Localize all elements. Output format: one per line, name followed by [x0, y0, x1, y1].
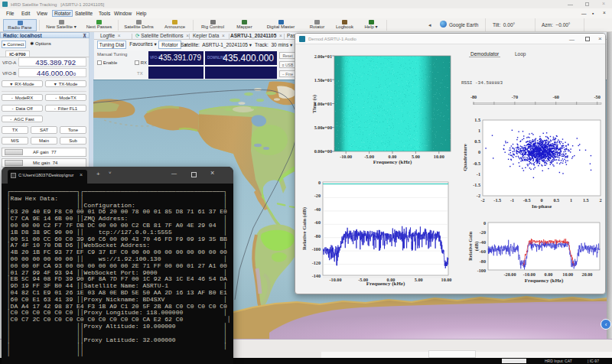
svg-text:10.00: 10.00 — [562, 271, 573, 277]
svg-text:1.00e+01: 1.00e+01 — [314, 101, 332, 106]
svg-text:-20: -20 — [314, 193, 321, 198]
svg-text:-70: -70 — [512, 94, 518, 99]
svg-text:-100: -100 — [477, 268, 486, 273]
svg-text:-120: -120 — [312, 260, 321, 265]
svg-text:-2: -2 — [480, 197, 484, 203]
svg-text:0: 0 — [540, 197, 542, 203]
svg-text:-1: -1 — [477, 171, 480, 177]
svg-text:2: 2 — [599, 197, 601, 203]
svg-text:-10.00: -10.00 — [340, 154, 352, 159]
svg-text:-0.5: -0.5 — [473, 161, 480, 166]
svg-text:10.00: 10.00 — [441, 277, 452, 282]
svg-text:-40: -40 — [314, 206, 321, 212]
svg-text:1.5: 1.5 — [474, 117, 480, 122]
svg-text:Quadrature: Quadrature — [462, 144, 468, 171]
svg-text:-1: -1 — [510, 197, 514, 203]
svg-text:Frequency (kHz): Frequency (kHz) — [373, 159, 412, 165]
svg-text:5.00e+00: 5.00e+00 — [314, 125, 332, 130]
svg-text:RSSI -34.588883: RSSI -34.588883 — [461, 80, 503, 86]
svg-text:-60: -60 — [553, 94, 559, 99]
svg-text:Relative Gain (dB): Relative Gain (dB) — [301, 206, 308, 250]
svg-text:1.5: 1.5 — [583, 197, 589, 203]
svg-text:-40: -40 — [480, 239, 486, 245]
svg-text:Relative Gain: Relative Gain — [467, 232, 473, 261]
svg-text:0: 0 — [478, 149, 480, 154]
svg-text:Frequency (kHz): Frequency (kHz) — [525, 278, 564, 284]
svg-text:In-phase: In-phase — [532, 203, 552, 210]
svg-text:5.00: 5.00 — [415, 277, 423, 282]
svg-text:1.50e+01: 1.50e+01 — [314, 77, 332, 83]
svg-text:0.00: 0.00 — [389, 154, 397, 159]
svg-text:20.00: 20.00 — [582, 271, 593, 277]
svg-text:-1.5: -1.5 — [493, 197, 501, 203]
svg-text:-100: -100 — [312, 246, 321, 252]
svg-text:0.5: 0.5 — [474, 138, 480, 144]
svg-text:-20.00: -20.00 — [504, 271, 516, 277]
svg-text:-140: -140 — [312, 273, 321, 278]
svg-text:-80: -80 — [480, 258, 486, 264]
svg-text:-50: -50 — [594, 94, 600, 99]
svg-text:10.00: 10.00 — [434, 154, 444, 159]
svg-text:-5.00: -5.00 — [364, 154, 374, 159]
svg-text:-80: -80 — [314, 233, 321, 239]
svg-text:1: 1 — [478, 128, 480, 133]
svg-text:0: 0 — [483, 220, 486, 226]
svg-text:0: 0 — [318, 180, 321, 185]
svg-text:-1.5: -1.5 — [473, 182, 480, 187]
svg-text:1: 1 — [570, 197, 572, 203]
svg-text:-10.00: -10.00 — [523, 271, 536, 277]
svg-text:-60: -60 — [480, 249, 486, 254]
svg-text:Time (s): Time (s) — [311, 95, 317, 113]
svg-text:(dB): (dB) — [474, 242, 480, 251]
svg-text:5.00: 5.00 — [412, 154, 420, 159]
svg-text:-80: -80 — [470, 94, 477, 99]
svg-text:-60: -60 — [314, 219, 321, 225]
svg-text:-2: -2 — [477, 193, 480, 198]
svg-text:2.00e+01: 2.00e+01 — [314, 54, 332, 59]
svg-text:-10.00: -10.00 — [330, 277, 342, 282]
svg-text:Frequency (kHz): Frequency (kHz) — [366, 281, 405, 287]
svg-text:-20: -20 — [480, 229, 486, 235]
svg-text:0.5: 0.5 — [553, 197, 559, 203]
svg-text:0.00: 0.00 — [545, 271, 553, 277]
svg-text:-0.5: -0.5 — [523, 197, 531, 203]
svg-text:0.00e+00: 0.00e+00 — [314, 148, 332, 154]
